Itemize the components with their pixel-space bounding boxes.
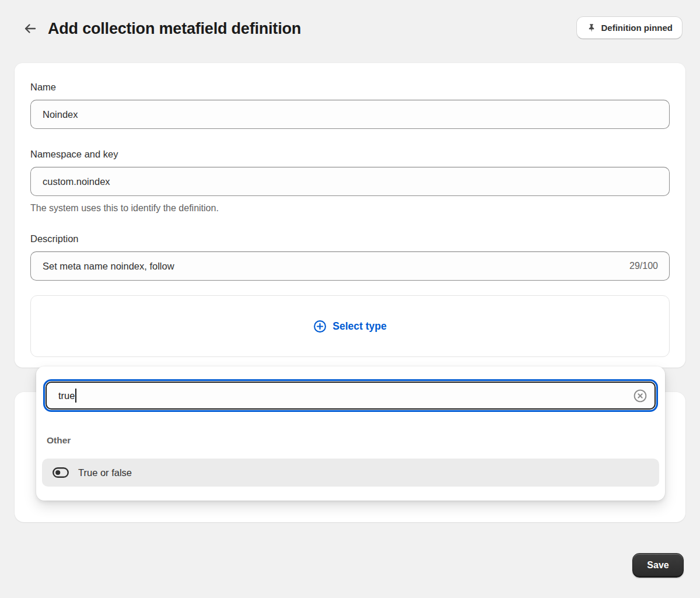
clear-circle-icon: [632, 388, 648, 404]
clear-search-button[interactable]: [632, 387, 648, 404]
type-option-true-or-false[interactable]: True or false: [42, 459, 659, 487]
namespace-help-text: The system uses this to identify the def…: [30, 203, 670, 214]
definition-form-card: Name Namespace and key The system uses t…: [15, 63, 685, 368]
metafield-definition-page: Add collection metafield definition Defi…: [0, 0, 700, 598]
boolean-toggle-icon: [52, 467, 69, 478]
picker-section-label: Other: [46, 435, 656, 446]
definition-pinned-button[interactable]: Definition pinned: [576, 16, 682, 39]
description-label: Description: [30, 233, 670, 244]
definition-pinned-label: Definition pinned: [601, 23, 673, 33]
character-counter: 29/100: [629, 261, 658, 271]
definition-form: Name Namespace and key The system uses t…: [15, 63, 685, 357]
type-search-input[interactable]: true: [46, 382, 656, 410]
namespace-key-input[interactable]: [30, 167, 670, 196]
namespace-key-label: Namespace and key: [30, 149, 670, 160]
text-cursor: [75, 389, 76, 403]
select-type-box: Select type: [30, 295, 670, 357]
type-option-label: True or false: [78, 467, 132, 478]
page-title: Add collection metafield definition: [48, 20, 301, 38]
save-button[interactable]: Save: [632, 553, 684, 578]
name-input[interactable]: [30, 100, 670, 129]
name-label: Name: [30, 82, 670, 93]
pin-icon: [586, 23, 597, 33]
description-field-wrap: 29/100: [30, 251, 670, 281]
back-arrow-icon: [22, 21, 37, 36]
select-type-button[interactable]: Select type: [313, 320, 386, 333]
back-button[interactable]: [21, 20, 38, 37]
page-header: Add collection metafield definition Defi…: [21, 16, 682, 41]
plus-circle-icon: [313, 320, 327, 333]
type-search-wrap: true: [46, 382, 656, 410]
select-type-label: Select type: [332, 320, 386, 333]
description-input[interactable]: [30, 251, 670, 281]
type-picker-dropdown: true Other True or false: [36, 366, 665, 501]
type-search-value: true: [58, 390, 75, 401]
